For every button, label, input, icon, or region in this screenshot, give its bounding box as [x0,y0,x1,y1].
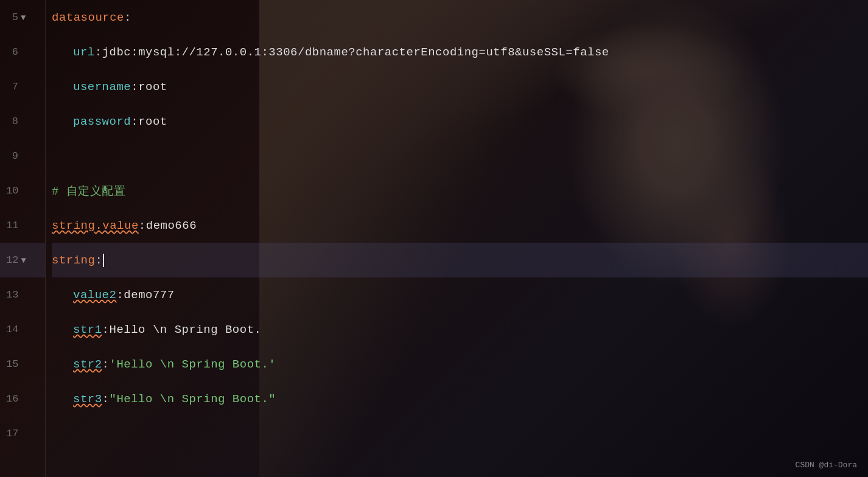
line-num-6: 6 [0,35,45,69]
code-line-12[interactable]: string: [52,243,868,277]
line-num-17: 17 [0,416,45,451]
line-num-15: 15 [0,347,45,381]
code-line-15: str2: 'Hello \n Spring Boot.' [52,347,868,381]
line-num-12: 12 ▼ [0,243,45,277]
collapse-arrow-5[interactable]: ▼ [21,13,26,23]
code-line-14: str1: Hello \n Spring Boot. [52,312,868,347]
code-line-11: string.value: demo666 [52,208,868,243]
code-editor: 5 ▼ 6 7 8 9 10 11 [0,0,868,477]
line-num-13: 13 [0,277,45,312]
code-content: 5 ▼ 6 7 8 9 10 11 [0,0,868,477]
code-line-6: url: jdbc:mysql://127.0.0.1:3306/dbname?… [52,35,868,69]
code-line-13: value2: demo777 [52,277,868,312]
text-cursor [103,254,104,267]
line-num-16: 16 [0,381,45,416]
code-line-8: password: root [52,104,868,139]
code-line-9 [52,139,868,173]
watermark: CSDN @di-Dora [796,461,857,470]
code-line-17 [52,416,868,451]
code-line-5: datasource: [52,0,868,35]
line-num-14: 14 [0,312,45,347]
code-line-16: str3: "Hello \n Spring Boot." [52,381,868,416]
line-numbers: 5 ▼ 6 7 8 9 10 11 [0,0,46,477]
code-lines: datasource: url: jdbc:mysql://127.0.0.1:… [46,0,868,477]
line-num-10: 10 [0,173,45,208]
code-line-10: # 自定义配置 [52,173,868,208]
line-num-5: 5 ▼ [0,0,45,35]
line-num-11: 11 [0,208,45,243]
line-num-8: 8 [0,104,45,139]
code-line-7: username: root [52,69,868,104]
collapse-arrow-12[interactable]: ▼ [21,256,26,265]
line-num-9: 9 [0,139,45,173]
line-num-7: 7 [0,69,45,104]
